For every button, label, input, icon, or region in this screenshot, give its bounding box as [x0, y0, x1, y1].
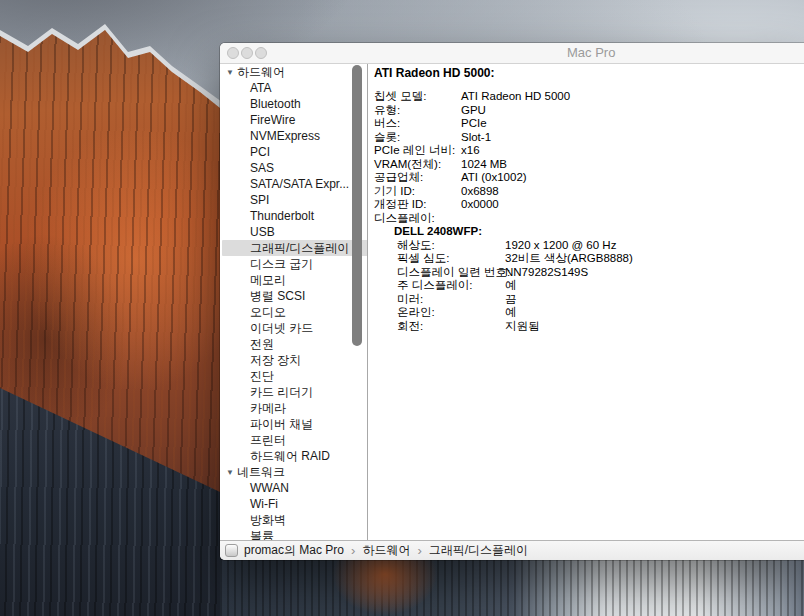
info-row: 회전:지원됨: [374, 320, 804, 334]
info-value: 1920 x 1200 @ 60 Hz: [505, 239, 616, 251]
info-row: PCIe 레인 너비:x16: [374, 144, 804, 158]
sidebar-item[interactable]: SPI: [220, 192, 367, 208]
title-bar[interactable]: Mac Pro: [220, 43, 804, 64]
info-row: 개정판 ID:0x0000: [374, 198, 804, 212]
info-row: VRAM(전체):1024 MB: [374, 158, 804, 172]
info-value: ATI Radeon HD 5000: [461, 90, 570, 102]
info-value: GPU: [461, 104, 486, 116]
info-row: 주 디스플레이:예: [374, 279, 804, 293]
sidebar-item[interactable]: 병렬 SCSI: [220, 288, 367, 304]
info-label: 버스:: [374, 117, 461, 131]
sidebar-item[interactable]: 이더넷 카드: [220, 320, 367, 336]
info-row: 픽셀 심도:32비트 색상(ARGB8888): [374, 252, 804, 266]
info-value: 0x6898: [461, 185, 499, 197]
sidebar-item[interactable]: NVMExpress: [220, 128, 367, 144]
info-row: 해상도:1920 x 1200 @ 60 Hz: [374, 239, 804, 253]
info-label: 미러:: [397, 293, 505, 307]
info-label: 픽셀 심도:: [397, 252, 505, 266]
info-row: 온라인:예: [374, 306, 804, 320]
info-label: 유형:: [374, 104, 461, 118]
sidebar-list: ▼하드웨어ATABluetoothFireWireNVMExpressPCISA…: [220, 64, 367, 540]
info-label: 개정판 ID:: [374, 198, 461, 212]
path-segment[interactable]: promac의 Mac Pro: [244, 542, 344, 559]
sidebar-item[interactable]: 전원: [220, 336, 367, 352]
sidebar-item[interactable]: PCI: [220, 144, 367, 160]
info-value: 1024 MB: [461, 158, 507, 170]
info-label: PCIe 레인 너비:: [374, 144, 461, 158]
disclosure-triangle-icon[interactable]: ▼: [226, 465, 237, 481]
sidebar-item[interactable]: 하드웨어 RAID: [220, 448, 367, 464]
info-value: ATI (0x1002): [461, 171, 527, 183]
info-label: 디스플레이:: [374, 212, 461, 226]
computer-icon: [225, 544, 238, 557]
wallpaper-snow-ridge: [0, 0, 222, 616]
sidebar-item[interactable]: FireWire: [220, 112, 367, 128]
sidebar-section-label: 네트워크: [237, 465, 285, 479]
sidebar-item[interactable]: SATA/SATA Expr...: [220, 176, 367, 192]
wallpaper-valley: [220, 556, 804, 616]
info-row: 미러:끔: [374, 293, 804, 307]
display-name-heading: DELL 2408WFP:: [374, 225, 804, 239]
info-value: 지원됨: [505, 320, 540, 332]
info-label: 칩셋 모델:: [374, 90, 461, 104]
info-label: 주 디스플레이:: [397, 279, 505, 293]
info-label: 기기 ID:: [374, 185, 461, 199]
sidebar-item[interactable]: 파이버 채널: [220, 416, 367, 432]
sidebar-item[interactable]: 오디오: [220, 304, 367, 320]
info-value: 예: [505, 306, 517, 318]
info-value: PCIe: [461, 117, 487, 129]
info-value: Slot-1: [461, 131, 491, 143]
sidebar: ▼하드웨어ATABluetoothFireWireNVMExpressPCISA…: [220, 64, 368, 540]
report-pane: ATI Radeon HD 5000: 칩셋 모델:ATI Radeon HD …: [368, 64, 804, 540]
wallpaper-cliff-shadow: [0, 0, 220, 616]
sidebar-item[interactable]: 그래픽/디스플레이: [222, 240, 368, 256]
sidebar-item[interactable]: 카드 리더기: [220, 384, 367, 400]
sidebar-item[interactable]: 저장 장치: [220, 352, 367, 368]
info-label: 디스플레이 일련 번호:: [397, 266, 505, 280]
info-row: 버스:PCIe: [374, 117, 804, 131]
info-value: 0x0000: [461, 198, 499, 210]
sidebar-item[interactable]: 진단: [220, 368, 367, 384]
path-segment[interactable]: 그래픽/디스플레이: [429, 542, 528, 559]
info-row: 디스플레이 일련 번호:NN79282S149S: [374, 266, 804, 280]
path-segment[interactable]: 하드웨어: [362, 542, 410, 559]
sidebar-item[interactable]: Bluetooth: [220, 96, 367, 112]
info-label: 해상도:: [397, 239, 505, 253]
path-bar: promac의 Mac Pro›하드웨어›그래픽/디스플레이: [220, 540, 804, 560]
minimize-button[interactable]: [241, 47, 253, 59]
info-row: 공급업체:ATI (0x1002): [374, 171, 804, 185]
info-row: 기기 ID:0x6898: [374, 185, 804, 199]
sidebar-item[interactable]: 볼륨: [220, 528, 367, 540]
info-row: 슬롯:Slot-1: [374, 131, 804, 145]
wallpaper-cliff: [0, 0, 220, 616]
chevron-right-icon: ›: [417, 543, 421, 558]
path-segments: promac의 Mac Pro›하드웨어›그래픽/디스플레이: [244, 542, 528, 559]
info-row: 유형:GPU: [374, 104, 804, 118]
sidebar-item[interactable]: 디스크 굽기: [220, 256, 367, 272]
zoom-button[interactable]: [255, 47, 267, 59]
sidebar-item[interactable]: ATA: [220, 80, 367, 96]
close-button[interactable]: [227, 47, 239, 59]
sidebar-item[interactable]: SAS: [220, 160, 367, 176]
sidebar-section-header[interactable]: ▼네트워크: [220, 464, 367, 480]
system-information-window: Mac Pro ▼하드웨어ATABluetoothFireWireNVMExpr…: [220, 43, 804, 560]
disclosure-triangle-icon[interactable]: ▼: [226, 65, 237, 81]
sidebar-item[interactable]: 프린터: [220, 432, 367, 448]
window-title: Mac Pro: [567, 43, 615, 63]
sidebar-item[interactable]: 방화벽: [220, 512, 367, 528]
sidebar-item[interactable]: WWAN: [220, 480, 367, 496]
info-value: 끔: [505, 293, 517, 305]
sidebar-section-label: 하드웨어: [237, 65, 285, 79]
sidebar-item[interactable]: USB: [220, 224, 367, 240]
sidebar-item[interactable]: Thunderbolt: [220, 208, 367, 224]
sidebar-item[interactable]: Wi-Fi: [220, 496, 367, 512]
sidebar-section-header[interactable]: ▼하드웨어: [220, 64, 367, 80]
sidebar-scrollbar-thumb[interactable]: [352, 65, 362, 346]
info-label: 온라인:: [397, 306, 505, 320]
info-label: 회전:: [397, 320, 505, 334]
gpu-section-title: ATI Radeon HD 5000:: [374, 66, 804, 80]
sidebar-item[interactable]: 메모리: [220, 272, 367, 288]
chevron-right-icon: ›: [351, 543, 355, 558]
sidebar-item[interactable]: 카메라: [220, 400, 367, 416]
info-row: 디스플레이:: [374, 212, 804, 226]
